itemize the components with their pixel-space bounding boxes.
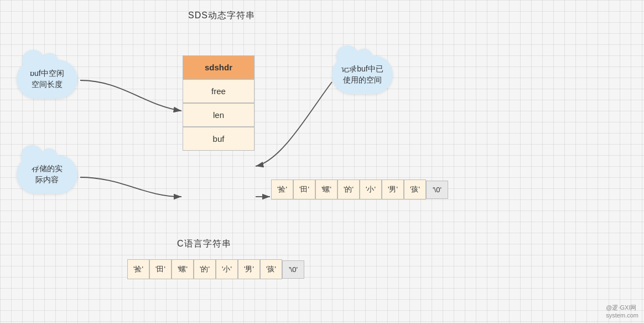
char-cell-null: '\0': [426, 181, 448, 199]
c-char-cell-6: '孩': [260, 259, 282, 279]
char-cell-5: '男': [382, 180, 404, 199]
c-char-cell-5: '男': [238, 259, 260, 279]
struct-sdshdr: sdshdr: [183, 55, 255, 79]
main-container: SDS动态字符串 C语言字符串 buf中空闲空间长度 记录buf中已使用的空间 …: [0, 0, 644, 323]
arrows-svg: [0, 0, 644, 323]
cloud-content: 存储的实际内容: [17, 155, 77, 194]
sds-struct: sdshdr free len buf: [183, 55, 255, 151]
cloud-used-space: 记录buf中已使用的空间: [332, 55, 393, 94]
c-char-cell-0: '捡': [127, 259, 149, 279]
c-title: C语言字符串: [177, 238, 231, 250]
c-char-cell-1: '田': [149, 259, 172, 279]
cloud-free-space: buf中空闲空间长度: [17, 60, 77, 99]
struct-free: free: [183, 79, 255, 103]
char-cell-0: '捡': [271, 180, 293, 199]
char-cell-1: '田': [293, 180, 315, 199]
char-array-c: '捡' '田' '螺' '的' '小' '男' '孩' '\0': [127, 259, 304, 279]
struct-len: len: [183, 103, 255, 127]
sds-title: SDS动态字符串: [188, 10, 255, 22]
struct-buf: buf: [183, 127, 255, 151]
cloud-free-label: buf中空闲空间长度: [30, 68, 64, 90]
char-cell-3: '的': [337, 180, 360, 199]
char-array-sds: '捡' '田' '螺' '的' '小' '男' '孩' '\0': [271, 180, 448, 199]
c-char-cell-null: '\0': [282, 260, 304, 279]
cloud-content-label: 存储的实际内容: [32, 163, 63, 185]
char-cell-6: '孩': [404, 180, 426, 199]
char-cell-4: '小': [360, 180, 382, 199]
c-char-cell-4: '小': [216, 259, 238, 279]
c-char-cell-2: '螺': [172, 259, 194, 279]
char-cell-2: '螺': [315, 180, 337, 199]
watermark: @逻·GXI网system.com: [606, 304, 638, 319]
cloud-used-label: 记录buf中已使用的空间: [341, 64, 383, 85]
c-char-cell-3: '的': [194, 259, 216, 279]
